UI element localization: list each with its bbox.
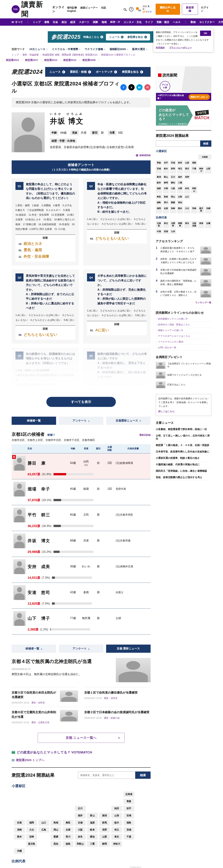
prefecture-button[interactable]: 岡山 bbox=[170, 194, 176, 199]
prefecture-button[interactable]: 秋田 bbox=[177, 160, 183, 165]
prefecture-button[interactable]: 愛知 bbox=[170, 180, 176, 185]
prefecture-button[interactable]: 熊本 bbox=[14, 834, 25, 840]
keyword-link[interactable]: イスラエル・中東情勢› bbox=[52, 48, 80, 51]
prefecture-button[interactable]: 長崎 bbox=[170, 206, 176, 213]
nav-item[interactable]: トップ bbox=[33, 21, 41, 24]
nav-item[interactable]: 科学・IT bbox=[110, 21, 120, 24]
prefecture-button[interactable]: 京都 bbox=[163, 186, 169, 193]
nav-item[interactable]: 社会 bbox=[53, 21, 58, 24]
breadcrumb-link[interactable]: 衆院選2024 小選挙区プロフィル bbox=[101, 54, 135, 56]
prefecture-button[interactable]: 栃木 bbox=[111, 820, 122, 826]
tab-京都選挙ニュース[interactable]: 京都選挙ニュース▼ bbox=[106, 416, 151, 425]
prefecture-button[interactable]: 愛知 bbox=[87, 834, 98, 840]
prefecture-button[interactable]: 福島 bbox=[191, 160, 197, 165]
candidate-row[interactable]: 当 勝目 康 50歳 自民(公) 前 2回 (元)総務省職員 63,057票 (… bbox=[12, 453, 151, 479]
prefecture-button[interactable]: 青森 bbox=[156, 160, 162, 165]
prefecture-button[interactable]: 静岡 bbox=[99, 841, 110, 847]
prefecture-button[interactable]: 岡山 bbox=[51, 827, 61, 833]
tab-候補者一覧[interactable]: 候補者一覧▲ bbox=[12, 645, 56, 653]
prefecture-button[interactable]: 茨城 bbox=[124, 827, 134, 833]
prefecture-button[interactable]: 長野 bbox=[184, 175, 190, 179]
tab-アンケート[interactable]: アンケート▲ bbox=[59, 645, 103, 653]
nav-item[interactable]: ヘルス bbox=[173, 21, 181, 24]
prefecture-button[interactable]: 東京 bbox=[184, 166, 190, 174]
prefecture-button[interactable]: 宮崎 bbox=[26, 834, 37, 840]
ad-subscribe-button[interactable]: 購読を申し込む▶ bbox=[189, 94, 210, 100]
prefecture-button[interactable]: 山形 bbox=[111, 813, 122, 818]
prefecture-button[interactable]: 長崎 bbox=[14, 827, 25, 833]
consent-link[interactable]: 利用規約 bbox=[156, 46, 165, 49]
prefecture-button[interactable]: 沖縄 bbox=[14, 848, 25, 854]
past-election-link[interactable]: 衆院選2017 bbox=[25, 59, 38, 61]
prefecture-button[interactable]: 山口 bbox=[38, 820, 49, 826]
related-article[interactable]: 京都６区で立憲民主党の山井和則氏が当選 2024/10/27 21:52選挙・立… bbox=[12, 707, 78, 726]
hatena-icon[interactable]: B! bbox=[136, 84, 142, 90]
results-search-input[interactable] bbox=[78, 772, 135, 779]
tag-link[interactable]: 選挙・立憲民主党 bbox=[31, 721, 49, 724]
prefecture-button[interactable]: 熊本 bbox=[177, 206, 183, 213]
major-news-item[interactable]: 国民民主「現実路線」に自信…連合と連携確認 bbox=[156, 468, 211, 474]
prefecture-button[interactable]: 岩手 bbox=[124, 806, 134, 811]
nav-item[interactable]: スポーツ bbox=[79, 21, 89, 24]
election-nav-link[interactable]: ボートマッチ▶ bbox=[96, 70, 117, 74]
subscribe-button[interactable]: 購読お申し込み bbox=[156, 4, 180, 15]
breadcrumb-link[interactable]: トップ bbox=[12, 54, 19, 56]
shuinsen-top-link[interactable]: 衆院選2024 トップへ bbox=[12, 758, 151, 762]
prefecture-button[interactable]: 広島 bbox=[38, 827, 49, 833]
tag-link[interactable]: 選挙・自民党 bbox=[31, 701, 45, 704]
prefecture-button[interactable]: 山梨 bbox=[205, 166, 211, 174]
nav-item[interactable]: 数独 bbox=[191, 21, 196, 24]
notice-item[interactable]: ・紙面ビューアーの使い方 bbox=[156, 328, 211, 333]
prefecture-button[interactable]: 鹿児島 bbox=[26, 841, 37, 847]
block-button[interactable]: 近畿 bbox=[205, 221, 211, 228]
prefecture-button[interactable]: 群馬 bbox=[99, 820, 110, 826]
related-article[interactable]: 京都２区で日本維新の会の前原誠司氏が当選確実 2024/10/27 20:31選… bbox=[84, 707, 151, 726]
nav-item[interactable]: 速報 bbox=[44, 21, 49, 24]
candidate-row[interactable]: 山下 博子 77歳 無所属 新 主婦 2,385票 (1.2%) bbox=[12, 609, 151, 634]
x-icon[interactable]: X bbox=[128, 84, 135, 90]
nav-item[interactable]: すべて bbox=[12, 21, 23, 24]
prefecture-button[interactable]: 宮崎 bbox=[191, 206, 197, 213]
prefecture-button[interactable]: 岩手 bbox=[163, 160, 169, 165]
mail-icon[interactable]: ✉ bbox=[144, 84, 151, 90]
prefecture-button[interactable]: 福島 bbox=[124, 820, 134, 826]
election-nav-link[interactable]: ニュース▶ bbox=[49, 70, 65, 74]
banner-link[interactable]: ニュース▶ bbox=[109, 35, 124, 39]
major-news-item[interactable]: 日本保守党、政党要件満たし交付金の支給対象に bbox=[156, 448, 211, 455]
prefecture-button[interactable]: 和歌山 bbox=[191, 186, 197, 193]
prefecture-button[interactable]: 北海道 bbox=[124, 792, 134, 797]
prefecture-button[interactable]: 福岡 bbox=[26, 820, 37, 826]
ranking-item[interactable]: 2 自民党、比例第１党は維持したが５９議席と２０１２年に次ぐ少なさ bbox=[156, 255, 211, 267]
show-all-button[interactable]: すべてを表示 bbox=[46, 397, 116, 407]
ranking-item[interactable]: 5 女性の当選、立民が最多３０人…次いで自民１９人・国民６人 bbox=[156, 288, 211, 299]
district-detail-link[interactable]: 選挙区詳細 bbox=[139, 433, 151, 437]
tab-候補者一覧[interactable]: 候補者一覧 bbox=[12, 416, 56, 425]
facebook-icon[interactable]: f bbox=[120, 84, 127, 90]
help-icon[interactable]: ? bbox=[129, 7, 133, 11]
prefecture-button[interactable]: 徳島 bbox=[63, 841, 73, 847]
prefecture-button[interactable]: 広島 bbox=[177, 194, 183, 199]
ranking-item[interactable]: 4 議席４倍の国民民主「現実路線」に自信…連合と連携確認 bbox=[156, 277, 211, 288]
reader-link[interactable]: 詳しくはこちら bbox=[158, 409, 209, 413]
prefecture-button[interactable]: 山形 bbox=[184, 160, 190, 165]
candidate-row[interactable]: 安達 悠司 42歳 参政 新 弁護士 13,825票 (7.0%) bbox=[12, 583, 151, 609]
notice-item[interactable]: ・メールマガジンのご案内 bbox=[156, 339, 211, 345]
prefecture-button[interactable]: 石川 bbox=[170, 175, 176, 179]
consent-link[interactable]: プライバシーポリシー bbox=[169, 46, 192, 49]
block-button[interactable]: 東京 bbox=[184, 221, 190, 228]
candidate-row[interactable]: 堀場 幸子 45歳 維新 前 1回 党府代表 37,876票 (19.1%) bbox=[12, 479, 151, 505]
block-button[interactable]: 東北 bbox=[163, 221, 169, 228]
notice-item[interactable]: ・アプリのダウンロードはこちら bbox=[156, 333, 211, 339]
prefecture-button[interactable]: 鹿児島 bbox=[198, 206, 204, 213]
prefecture-button[interactable]: 香川 bbox=[163, 200, 169, 205]
prefecture-button[interactable]: 大阪 bbox=[170, 186, 176, 193]
nav-item[interactable]: 国際 bbox=[93, 21, 98, 24]
prefecture-button[interactable]: 和歌山 bbox=[75, 841, 86, 847]
prefecture-button[interactable]: 佐賀 bbox=[163, 206, 169, 213]
candidate-detail-link[interactable]: ▶候補者詳細 bbox=[136, 154, 151, 157]
prefecture-button[interactable]: 徳島 bbox=[156, 200, 162, 205]
yomiuri-logo[interactable]: YOL 讀賣新聞 オンライン bbox=[12, 0, 67, 19]
prefecture-button[interactable]: 神奈川 bbox=[198, 166, 204, 174]
banner-link[interactable]: 参院選を知る▶ bbox=[127, 35, 147, 39]
prefecture-button[interactable]: 沖縄 bbox=[205, 206, 211, 213]
